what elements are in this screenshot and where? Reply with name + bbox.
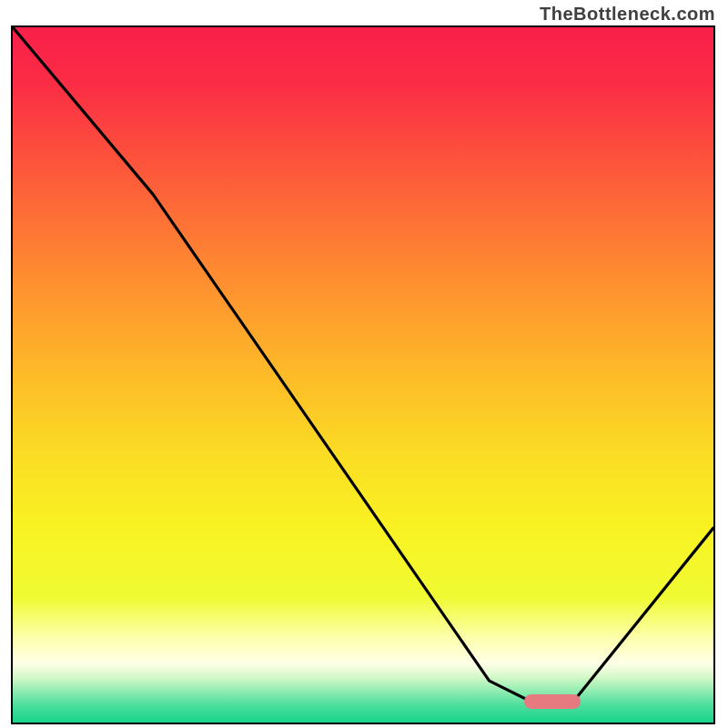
chart-canvas (13, 27, 713, 723)
gradient-background (13, 27, 713, 723)
chart-frame (11, 25, 715, 724)
watermark-text: TheBottleneck.com (540, 4, 715, 25)
optimum-marker (524, 694, 581, 709)
